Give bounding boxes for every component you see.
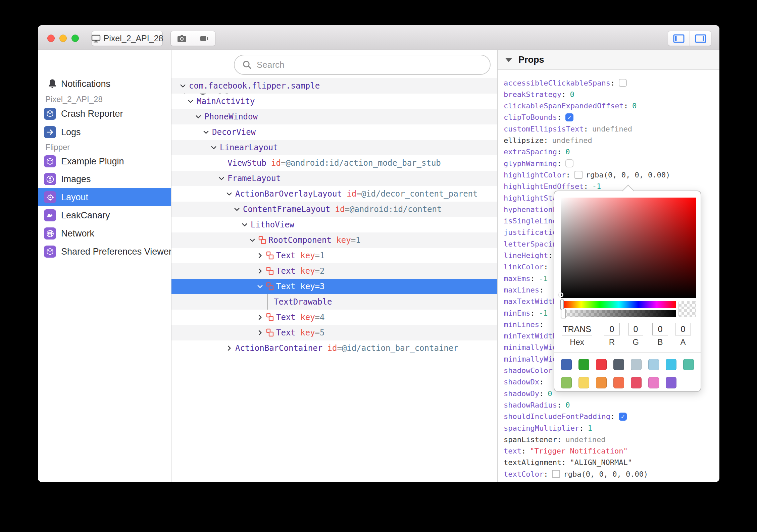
alpha-slider-handle[interactable] [561, 309, 566, 318]
tree-node-contentframelayout--android-id-content[interactable]: ContentFrameLayout id=@android:id/conten… [171, 202, 497, 217]
tree-node-textdrawable[interactable]: TextDrawable [171, 294, 497, 310]
tree-node-actionbarcontainer--id-action-bar-container[interactable]: ActionBarContainer id=@id/action_bar_con… [171, 340, 497, 356]
sidebar-item-example-plugin[interactable]: Example Plugin [38, 152, 171, 170]
chevron-down-icon[interactable] [257, 283, 263, 290]
color-swatch-button[interactable] [552, 470, 560, 478]
preset-color-swatch-a5cee4[interactable] [648, 359, 659, 370]
sidebar-item-leakcanary[interactable]: LeakCanary [38, 206, 171, 224]
chevron-down-icon[interactable] [187, 98, 194, 105]
minimize-window-button[interactable] [59, 35, 67, 42]
chevron-down-icon[interactable] [234, 206, 240, 213]
titlebar[interactable]: Pixel_2_API_28 [38, 25, 719, 50]
preset-color-swatch-55bfa8[interactable] [683, 359, 694, 370]
tree-node-text-5[interactable]: Text key=5 [171, 325, 497, 340]
sidebar-item-shared-preferences-viewer[interactable]: Shared Preferences Viewer [38, 243, 171, 261]
prop-value[interactable]: 0 [570, 90, 574, 99]
prop-value[interactable]: 1 [588, 424, 592, 432]
preset-color-swatch-56606c[interactable] [613, 359, 624, 370]
chevron-down-icon[interactable] [249, 237, 256, 244]
screen-record-button[interactable] [193, 31, 215, 46]
tree-node-mainactivity[interactable]: MainActivity [171, 94, 497, 109]
alpha-slider[interactable] [562, 310, 676, 317]
chevron-down-icon[interactable] [226, 191, 233, 197]
prop-value[interactable]: -1 [539, 274, 548, 283]
tree-node-com-facebook-flipper-sample[interactable]: com.facebook.flipper.sample [171, 78, 497, 94]
hue-slider-handle[interactable] [560, 300, 564, 310]
preset-color-swatch-8ec35f[interactable] [561, 377, 572, 388]
tree-node-phonewindow[interactable]: PhoneWindow [171, 109, 497, 124]
tree-node-viewstub--android-id-action-mode-bar-stub[interactable]: ViewStub id=@android:id/action_mode_bar_… [171, 155, 497, 171]
chevron-down-icon[interactable] [218, 175, 225, 182]
red-input[interactable] [604, 323, 620, 335]
prop-value[interactable]: 0 [565, 401, 570, 409]
chevron-right-icon[interactable] [226, 345, 233, 352]
preset-color-swatch-e84e66[interactable] [631, 377, 642, 388]
sidebar-item-network[interactable]: Network [38, 224, 171, 243]
preset-color-swatch-41c3e8[interactable] [666, 359, 676, 370]
prop-colon: : [561, 90, 566, 99]
green-input[interactable] [628, 323, 643, 335]
sidebar-item-notifications[interactable]: Notifications [38, 77, 171, 92]
chevron-down-icon[interactable] [195, 113, 202, 120]
tree-node-text-4[interactable]: Text key=4 [171, 310, 497, 325]
chevron-right-icon[interactable] [257, 329, 263, 336]
saturation-value-gradient[interactable] [561, 198, 696, 298]
preset-color-swatch-4267b2[interactable] [561, 359, 572, 370]
preset-color-swatch-2ca12c[interactable] [578, 359, 589, 370]
tree-node-decorview[interactable]: DecorView [171, 124, 497, 140]
checkbox-unchecked-icon[interactable] [565, 159, 573, 167]
prop-value[interactable]: -1 [592, 182, 601, 191]
chevron-down-icon[interactable] [180, 83, 186, 89]
chevron-down-icon[interactable] [241, 221, 248, 228]
prop-value[interactable]: "Trigger Notification" [530, 447, 627, 455]
prop-value[interactable]: 0 [565, 148, 570, 156]
tree-node-text-3[interactable]: Text key=3 [171, 279, 497, 294]
chevron-right-icon[interactable] [257, 314, 263, 321]
tree-node-actionbaroverlaylayout--id-decor-content-parent[interactable]: ActionBarOverlayLayout id=@id/decor_cont… [171, 186, 497, 202]
tree-node-framelayout[interactable]: FrameLayout [171, 171, 497, 186]
search-input[interactable] [257, 60, 490, 70]
sidebar-item-crash-reporter[interactable]: Crash Reporter [38, 105, 171, 123]
chevron-right-icon[interactable] [257, 268, 263, 274]
toggle-left-panel-button[interactable] [668, 31, 690, 46]
preset-color-swatch-b6c7d1[interactable] [631, 359, 642, 370]
props-section-header[interactable]: Props [498, 50, 719, 70]
tree-node-lithoview[interactable]: LithoView [171, 217, 497, 232]
prop-value[interactable]: 0 [632, 102, 637, 110]
zoom-window-button[interactable] [71, 35, 79, 42]
chevron-down-icon[interactable] [210, 144, 217, 151]
sidebar-item-images[interactable]: Images [38, 170, 171, 188]
blue-input[interactable] [652, 323, 668, 335]
color-swatch-button[interactable] [574, 171, 583, 179]
checkbox-checked-icon[interactable]: ✓ [565, 113, 573, 121]
chevron-right-icon[interactable] [257, 252, 263, 259]
prop-value[interactable]: -1 [539, 309, 548, 317]
tree-node-rootcomponent-1[interactable]: RootComponent key=1 [171, 232, 497, 248]
close-window-button[interactable] [47, 35, 55, 42]
saturation-value-cursor[interactable] [559, 292, 563, 297]
device-selector-button[interactable]: Pixel_2_API_28 [92, 31, 163, 46]
sidebar-item-layout[interactable]: Layout [38, 188, 171, 206]
preset-color-swatch-f0923e[interactable] [596, 377, 607, 388]
toggle-right-panel-button[interactable] [690, 31, 711, 46]
tree-node-text-1[interactable]: Text key=1 [171, 248, 497, 263]
alpha-input[interactable] [675, 323, 691, 335]
chevron-down-icon[interactable] [203, 129, 209, 136]
tree-node-label: Text key=5 [276, 328, 325, 337]
prop-value[interactable]: 0 [548, 389, 552, 398]
preset-color-swatch-f6d660[interactable] [578, 377, 589, 388]
sidebar-item-logs[interactable]: Logs [38, 123, 171, 141]
tree-node-linearlayout[interactable]: LinearLayout [171, 140, 497, 155]
screenshot-button[interactable] [171, 31, 193, 46]
device-selector-label: Pixel_2_API_28 [104, 34, 163, 43]
checkbox-unchecked-icon[interactable] [619, 79, 627, 87]
preset-color-swatch-ee3a43[interactable] [596, 359, 607, 370]
preset-color-swatch-f3704c[interactable] [613, 377, 624, 388]
hue-slider[interactable] [562, 301, 676, 308]
tree-node-text-2[interactable]: Text key=2 [171, 263, 497, 279]
tree-toolbar [171, 50, 497, 78]
preset-color-swatch-8660d4[interactable] [666, 377, 676, 388]
checkbox-checked-icon[interactable]: ✓ [619, 413, 627, 421]
hex-input[interactable] [562, 323, 592, 335]
preset-color-swatch-e97bc6[interactable] [648, 377, 659, 388]
